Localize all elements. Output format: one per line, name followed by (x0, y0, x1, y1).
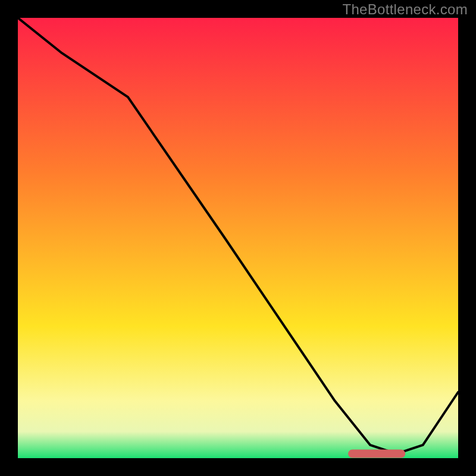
plot-area (18, 18, 458, 458)
chart-frame: TheBottleneck.com (0, 0, 476, 476)
gradient-background (18, 18, 458, 458)
chart-svg (18, 18, 458, 458)
optimal-marker (348, 450, 405, 458)
watermark-label: TheBottleneck.com (342, 1, 468, 18)
